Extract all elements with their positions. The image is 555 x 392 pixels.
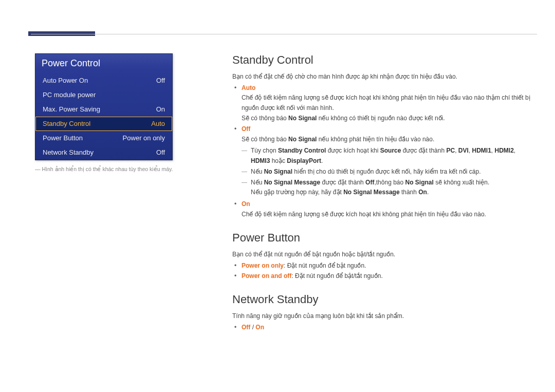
osd-item-auto-power-on[interactable]: Auto Power On Off (35, 73, 172, 88)
osd-item-label: Max. Power Saving (43, 105, 100, 113)
option-power-on-only: Power on only: Đặt nút nguồn để bật nguồ… (242, 261, 535, 271)
t: Off (242, 324, 250, 331)
option-auto-line1: Chế độ tiết kiệm năng lượng sẽ được kích… (242, 94, 530, 111)
t: / (250, 324, 255, 331)
t: No Signal (405, 179, 434, 186)
t: Power on only (242, 262, 284, 269)
powerbtn-desc: Bạn có thể đặt nút nguồn để bật nguồn ho… (232, 250, 535, 259)
osd-item-value: Power on only (123, 134, 165, 142)
heading-standby-control: Standby Control (232, 53, 535, 67)
option-on: On Chế độ tiết kiệm năng lượng sẽ được k… (242, 199, 535, 220)
osd-item-value: Off (156, 77, 165, 84)
osd-item-value: Off (156, 148, 165, 156)
t: DVI (458, 147, 469, 154)
off-sublist: Tùy chọn Standby Control được kích hoạt … (242, 146, 535, 197)
netstandby-options-list: Off / On (232, 323, 535, 333)
osd-item-label: PC module power (43, 91, 96, 99)
no-signal-bold: No Signal (288, 115, 317, 122)
t: Nếu gặp trường hợp này, hãy đặt (251, 189, 343, 196)
osd-footnote: ― Hình ảnh hiển thị có thể khác nhau tùy… (35, 166, 203, 173)
option-auto-line2-post: nếu không có thiết bị nguồn nào được kết… (317, 115, 445, 122)
powerbtn-options-list: Power on only: Đặt nút nguồn để bật nguồ… (232, 261, 535, 282)
t: No Signal Message (264, 179, 320, 186)
osd-panel: Power Control Auto Power On Off PC modul… (35, 53, 173, 160)
subnote-no-signal-message: Nếu No Signal Message được đặt thành Off… (251, 178, 535, 197)
osd-item-label: Network Standby (43, 148, 94, 156)
osd-item-label: Standby Control (43, 120, 90, 127)
option-auto: Auto Chế độ tiết kiệm năng lượng sẽ được… (242, 83, 535, 124)
osd-item-max-power-saving[interactable]: Max. Power Saving On (35, 102, 172, 117)
subnote-check-cable: Nếu No Signal hiển thị cho dù thiết bị n… (251, 167, 535, 177)
t: PC (446, 147, 455, 154)
option-power-on-and-off: Power on and off: Đặt nút nguồn để bật/t… (242, 271, 535, 282)
t: thành (400, 189, 419, 196)
netstandby-desc: Tính năng này giữ nguồn của mạng luôn bậ… (232, 311, 535, 321)
option-off-line-pre: Sẽ có thông báo (242, 136, 288, 143)
option-off-label: Off (242, 125, 250, 133)
osd-item-network-standby[interactable]: Network Standby Off (35, 145, 172, 160)
t: No Signal (264, 168, 292, 175)
t: Power on and off (242, 272, 291, 279)
t: On (418, 189, 427, 196)
t: hoặc (270, 157, 287, 164)
t: DisplayPort (287, 157, 321, 164)
header-rule (31, 34, 537, 34)
t: : Đặt nút nguồn để bật/tắt nguồn. (291, 272, 382, 279)
osd-item-label: Auto Power On (43, 77, 88, 84)
heading-power-button: Power Button (232, 231, 535, 245)
t: HDMI2 (495, 147, 514, 154)
option-auto-label: Auto (242, 84, 255, 91)
t: HDMI1 (472, 147, 491, 154)
page-content: Power Control Auto Power On Off PC modul… (0, 0, 555, 333)
option-on-line: Chế độ tiết kiệm năng lượng sẽ được kích… (242, 211, 486, 218)
standby-desc: Bạn có thể đặt chế độ chờ cho màn hình đ… (232, 72, 535, 82)
option-auto-line2-pre: Sẽ có thông báo (242, 115, 288, 122)
t: ,thông báo (374, 179, 405, 186)
right-column: Standby Control Bạn có thể đặt chế độ ch… (232, 53, 535, 333)
t: được kích hoạt khi (326, 147, 380, 154)
osd-title: Power Control (35, 54, 172, 73)
osd-item-standby-control[interactable]: Standby Control Auto (35, 117, 172, 131)
t: hiển thị cho dù thiết bị nguồn được kết … (292, 168, 481, 175)
option-off-on: Off / On (242, 323, 535, 333)
t: Tùy chọn (251, 147, 278, 154)
option-on-label: On (242, 200, 250, 208)
t: : Đặt nút nguồn để bật nguồn. (284, 262, 366, 269)
left-column: Power Control Auto Power On Off PC modul… (35, 53, 203, 333)
t: HDMI3 (251, 157, 270, 164)
osd-item-label: Power Button (43, 134, 83, 142)
t: được đặt thành (401, 147, 446, 154)
t: Standby Control (278, 147, 326, 154)
osd-item-value: On (156, 105, 165, 113)
heading-network-standby: Network Standby (232, 293, 535, 306)
no-signal-bold: No Signal (288, 136, 317, 143)
t: No Signal Message (343, 189, 399, 196)
option-off-line-post: nếu không phát hiện tín hiệu đầu vào nào… (317, 136, 434, 143)
osd-item-value: Auto (151, 120, 165, 127)
t: sẽ không xuất hiện. (434, 179, 489, 186)
t: được đặt thành (320, 179, 365, 186)
osd-item-power-button[interactable]: Power Button Power on only (35, 131, 172, 145)
t: On (255, 324, 264, 331)
t: Off (365, 179, 374, 186)
option-off: Off Sẽ có thông báo No Signal nếu không … (242, 124, 535, 198)
t: Nếu (251, 168, 264, 175)
osd-item-pc-module-power[interactable]: PC module power (35, 88, 172, 102)
standby-options-list: Auto Chế độ tiết kiệm năng lượng sẽ được… (232, 83, 535, 220)
subnote-standby-sources: Tùy chọn Standby Control được kích hoạt … (251, 146, 535, 165)
t: Nếu (251, 179, 264, 186)
t: Source (380, 147, 401, 154)
